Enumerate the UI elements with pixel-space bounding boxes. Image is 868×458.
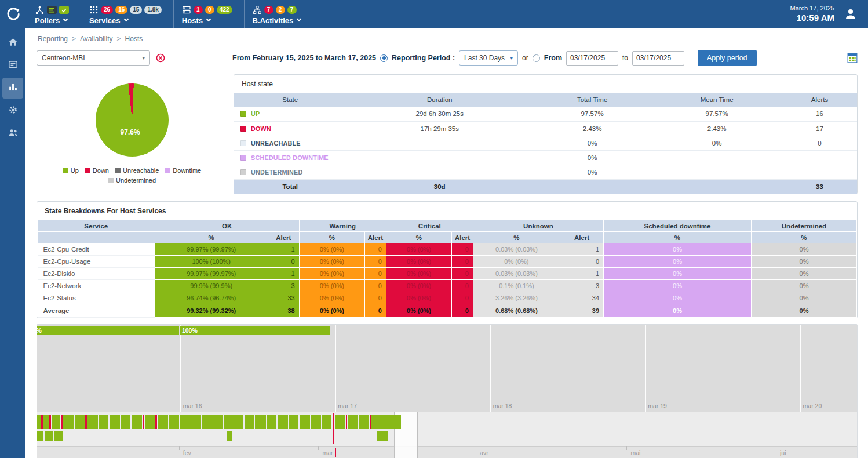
breakdown-unk_pct: 0% (0%) — [473, 256, 560, 268]
bactivities-icon — [253, 5, 262, 14]
services-count-orange[interactable]: 16 — [115, 6, 127, 14]
state-cell: UNDETERMINED — [234, 165, 347, 179]
host-select[interactable]: Centreon-MBI ▾ — [37, 50, 150, 66]
timeline-segment — [235, 415, 243, 429]
breakdown-unk_alert: 1 — [560, 268, 603, 280]
breakdown-warn_pct: 0% (0%) — [299, 304, 364, 318]
breakdown-undet_pct: 0% — [751, 243, 856, 256]
host-state-row: UNDETERMINED0% — [234, 165, 857, 179]
breakdown-row: Ec2-Status96.74% (96.74%)330% (0%)00% (0… — [38, 292, 857, 304]
sidebar-item-configuration[interactable] — [2, 100, 23, 121]
chevron-down-icon — [297, 17, 301, 21]
host-state-total_time: 0% — [533, 150, 651, 165]
to-date-input[interactable] — [632, 51, 684, 66]
breadcrumb-reporting[interactable]: Reporting — [38, 35, 68, 43]
breakdown-subheader: Alert — [365, 232, 386, 243]
host-state-total-cell — [533, 179, 651, 194]
host-state-row: UNREACHABLE0%0%0 — [234, 136, 857, 150]
services-count-pale[interactable]: 1.8k — [144, 6, 161, 14]
clear-filter-icon[interactable] — [156, 53, 165, 63]
breakdown-undet_pct: 0% — [751, 256, 856, 268]
host-state-alerts: 17 — [782, 121, 857, 136]
apply-period-button[interactable]: Apply period — [698, 50, 757, 66]
from-date-input[interactable] — [566, 51, 618, 66]
menu-services[interactable]: 2616151.8kServices — [81, 0, 173, 28]
hosts-label: Hosts — [182, 16, 232, 25]
availability-timeline-panel: 97.6%100%mar 16mar 17mar 18mar 19mar 20 … — [37, 324, 858, 458]
breakdown-crit_pct: 0% (0%) — [386, 304, 451, 318]
current-time: 10:59 AM — [790, 13, 834, 24]
services-label: Services — [89, 16, 162, 25]
timeline-month-label: mar — [322, 449, 333, 456]
host-state-duration — [347, 136, 534, 150]
reporting-period-radio[interactable] — [380, 54, 388, 62]
hosts-count-green[interactable]: 422 — [217, 6, 232, 14]
sidebar-item-monitoring[interactable] — [2, 55, 23, 76]
bactivities-label: B.Activities — [253, 16, 301, 25]
timeline-segment — [311, 415, 321, 429]
period-select[interactable]: Last 30 Days ▾ — [459, 50, 518, 66]
bactivities-status-row: 727 — [253, 5, 301, 16]
hosts-count-orange[interactable]: 0 — [205, 6, 214, 14]
breakdown-subheader: Alert — [268, 232, 299, 243]
breadcrumb-hosts[interactable]: Hosts — [125, 35, 143, 43]
sidebar-item-administration[interactable] — [2, 123, 23, 144]
menu-bactivities[interactable]: 727B.Activities — [244, 0, 313, 28]
bactivities-count-green[interactable]: 7 — [287, 6, 297, 14]
breakdown-crit_alert: 0 — [452, 292, 473, 304]
host-state-total-cell: 33 — [782, 179, 857, 194]
breakdown-subheader: % — [386, 232, 451, 243]
bactivities-count-orange[interactable]: 2 — [276, 6, 285, 14]
breakdown-crit_pct: 0% (0%) — [386, 280, 451, 292]
host-state-mean_time — [651, 150, 782, 165]
breakdown-subheader: % — [473, 232, 560, 243]
services-count-red[interactable]: 26 — [101, 6, 113, 14]
timeline-segment — [377, 431, 388, 441]
breakdown-crit_alert: 0 — [452, 268, 473, 280]
timeline-month-label: fev — [183, 449, 191, 456]
centreon-logo-icon[interactable] — [0, 0, 27, 28]
breakdown-group-header: Scheduled downtime — [604, 220, 752, 232]
service-name: Ec2-Diskio — [38, 268, 155, 280]
hosts-count-red[interactable]: 1 — [194, 6, 203, 14]
breakdown-warn_alert: 0 — [365, 243, 386, 256]
breakdown-subheader: % — [604, 232, 752, 243]
timeline-day-label: mar 18 — [493, 402, 512, 409]
current-date: March 17, 2025 — [790, 5, 834, 13]
timeline-segment — [155, 415, 157, 429]
breakdown-undet_pct: 0% — [751, 268, 856, 280]
legend-up: Up — [63, 167, 79, 174]
breadcrumb-separator: > — [117, 35, 121, 43]
breakdown-ok_pct: 99.97% (99.97%) — [155, 243, 268, 256]
export-icon[interactable] — [847, 53, 858, 63]
timeline-segment — [45, 431, 53, 441]
sidebar-item-home[interactable] — [2, 32, 23, 53]
custom-period-radio[interactable] — [533, 54, 540, 62]
to-label: to — [622, 54, 628, 62]
services-status-row: 2616151.8k — [89, 5, 162, 16]
menu-hosts[interactable]: 10422Hosts — [173, 0, 244, 28]
menu-pollers[interactable]: Pollers — [27, 0, 81, 28]
timeline-segment — [227, 431, 232, 441]
host-state-total_time: 0% — [533, 136, 651, 150]
timeline-segment — [121, 415, 130, 429]
breakdown-unk_alert: 3 — [560, 280, 603, 292]
breakdown-unk_alert: 34 — [560, 292, 603, 304]
state-cell: UP — [234, 107, 347, 121]
reporting-icon — [8, 82, 19, 94]
host-state-row: UP29d 6h 30m 25s97.57%97.57%16 — [234, 107, 857, 121]
current-time-marker — [333, 413, 334, 444]
state-label: SCHEDULED DOWNTIME — [251, 154, 329, 161]
legend-down: Down — [85, 167, 109, 174]
services-count-pale[interactable]: 15 — [130, 6, 142, 14]
breakdown-ok_alert: 38 — [268, 304, 299, 318]
service-name: Ec2-Cpu-Credit — [38, 243, 155, 256]
breakdown-crit_alert: 0 — [452, 243, 473, 256]
sidebar-item-reporting[interactable] — [2, 78, 23, 99]
timeline-segment — [143, 415, 145, 429]
timeline-segment — [371, 415, 381, 429]
bactivities-count-red[interactable]: 7 — [264, 6, 273, 14]
breadcrumb-availability[interactable]: Availability — [80, 35, 112, 43]
user-icon[interactable] — [844, 7, 858, 21]
hosts-icon — [182, 5, 191, 14]
